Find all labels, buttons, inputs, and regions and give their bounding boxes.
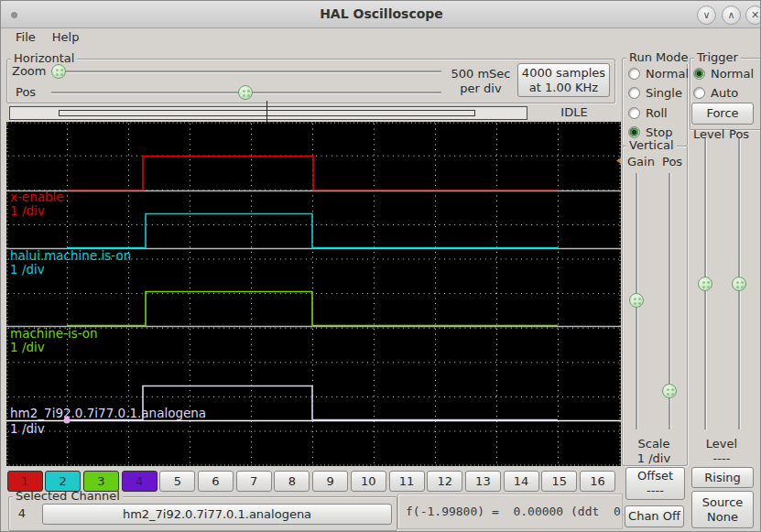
run-mode-option-single[interactable]: Single	[628, 85, 682, 102]
channel-button-9[interactable]: 9	[312, 471, 348, 492]
maximize-icon[interactable]: ∧	[722, 5, 741, 25]
channel-button-13[interactable]: 13	[465, 471, 501, 492]
run-mode-label-single: Single	[646, 86, 682, 100]
function-readout-box: f(-1.99800) = 0.00000 (ddt 0.	[397, 494, 623, 529]
channel-button-16[interactable]: 16	[580, 471, 615, 492]
channel-1-scale-label: 1 /div	[10, 203, 45, 218]
channel-3-name-label: machine-is-on	[10, 326, 98, 341]
trigger-mode-label-auto: Auto	[711, 86, 738, 100]
trigger-mode-radio-auto[interactable]	[693, 87, 705, 99]
run-mode-label-normal: Normal	[646, 67, 689, 81]
trigger-pos-slider-handle[interactable]	[732, 277, 746, 291]
menu-file[interactable]: File	[12, 28, 39, 49]
channel-1-trace	[67, 157, 558, 190]
channel-button-1[interactable]: 1	[7, 471, 43, 492]
status-text: IDLE	[550, 105, 598, 119]
close-icon[interactable]: ✕	[745, 5, 761, 25]
zoom-slider-handle[interactable]	[51, 64, 66, 79]
run-mode-option-roll[interactable]: Roll	[628, 104, 668, 121]
selected-channel-name-button[interactable]: hm2_7i92.0.7i77.0.1.analogena	[42, 504, 392, 525]
vertical-pos-slider-label: Pos	[662, 155, 682, 168]
minimize-icon[interactable]: ∨	[697, 5, 716, 25]
scale-value: 1 /div	[622, 451, 686, 466]
scale-readout: Scale 1 /div	[622, 437, 686, 466]
menu-help[interactable]: Help	[49, 28, 83, 49]
offset-line-2: ----	[647, 483, 664, 498]
channel-button-4[interactable]: 4	[122, 471, 158, 492]
run-mode-label-stop: Stop	[646, 125, 673, 139]
menubar: FileHelp	[1, 28, 761, 49]
source-line-1: Source	[702, 495, 744, 510]
channel-button-14[interactable]: 14	[504, 471, 539, 492]
run-mode-frame-label: Run Mode	[626, 50, 690, 64]
trigger-mode-option-normal[interactable]: Normal	[693, 65, 754, 81]
channel-3-trace	[67, 292, 558, 326]
channel-button-5[interactable]: 5	[159, 471, 195, 492]
trigger-frame-label: Trigger	[694, 50, 741, 64]
trigger-mode-option-auto[interactable]: Auto	[693, 85, 738, 102]
channel-4-scale-label: 1 /div	[10, 421, 45, 436]
pos-slider-handle[interactable]	[238, 85, 253, 100]
force-button[interactable]: Force	[691, 103, 754, 125]
rate-line-1: 500 mSec	[440, 67, 521, 81]
samples-line-1: 4000 samples	[522, 66, 605, 81]
offset-line-1: Offset	[637, 469, 673, 483]
channel-button-10[interactable]: 10	[351, 471, 386, 492]
channel-button-15[interactable]: 15	[541, 471, 577, 492]
selected-channel-number: 4	[12, 506, 32, 520]
channel-2-scale-label: 1 /div	[10, 262, 45, 277]
channel-4-sample-marker	[64, 418, 71, 424]
source-button[interactable]: Source None	[691, 491, 754, 528]
gain-slider-label: Gain	[627, 155, 655, 168]
trigger-level-marker-icon	[616, 157, 621, 164]
samples-line-2: at 1.00 KHz	[529, 81, 598, 95]
run-mode-radio-normal[interactable]	[628, 68, 640, 80]
run-mode-option-stop[interactable]: Stop	[628, 125, 673, 141]
run-mode-radio-single[interactable]	[628, 87, 640, 99]
rate-line-2: per div	[440, 81, 521, 96]
scope-canvas: x-enable1 /divhalui.machine.is-on1 /divm…	[6, 122, 621, 466]
channel-button-7[interactable]: 7	[236, 471, 272, 492]
chan-off-button[interactable]: Chan Off	[625, 505, 684, 527]
capture-position-indicator	[9, 106, 527, 120]
run-mode-label-roll: Roll	[646, 106, 668, 120]
zoom-label: Zoom	[12, 64, 46, 78]
channel-2-name-label: halui.machine.is-on	[10, 248, 131, 263]
function-readout-text: f(-1.99800) = 0.00000 (ddt 0.	[398, 494, 624, 518]
channel-button-6[interactable]: 6	[198, 471, 234, 492]
trigger-mode-label-normal: Normal	[711, 67, 754, 81]
sample-rate-readout: 500 mSec per div	[440, 67, 521, 96]
level-readout: Level ----	[690, 437, 754, 466]
zoom-slider-track[interactable]	[51, 71, 441, 73]
channel-button-2[interactable]: 2	[45, 471, 81, 492]
level-value: ----	[690, 451, 754, 466]
vertical-pos-slider-handle[interactable]	[662, 384, 677, 398]
pos-label: Pos	[16, 85, 36, 99]
offset-button[interactable]: Offset ----	[625, 467, 685, 500]
source-line-2: None	[707, 510, 738, 525]
title-bar[interactable]: HAL Oscilloscope ∨ ∧ ✕	[1, 1, 761, 28]
channel-button-11[interactable]: 11	[389, 471, 425, 492]
level-caption: Level	[690, 437, 754, 451]
app-window: HAL Oscilloscope ∨ ∧ ✕ FileHelp Horizont…	[0, 0, 761, 532]
trigger-level-slider-label: Level	[693, 127, 724, 141]
run-mode-option-normal[interactable]: Normal	[628, 65, 689, 81]
channel-3-scale-label: 1 /div	[10, 340, 45, 354]
scale-caption: Scale	[622, 437, 686, 451]
channel-2-trace	[67, 214, 558, 248]
horizontal-frame-label: Horizontal	[11, 51, 77, 65]
run-mode-radio-stop[interactable]	[628, 126, 640, 138]
trigger-mode-radio-normal[interactable]	[693, 68, 705, 80]
rising-button[interactable]: Rising	[691, 467, 754, 488]
channel-4-name-label: hm2_7i92.0.7i77.0.1.analogena	[10, 406, 206, 420]
trigger-level-slider-handle[interactable]	[698, 277, 712, 291]
channel-button-8[interactable]: 8	[274, 471, 310, 492]
channel-1-name-label: x-enable	[10, 190, 64, 204]
gain-slider-handle[interactable]	[629, 293, 644, 308]
run-mode-radio-roll[interactable]	[628, 107, 640, 119]
window-title: HAL Oscilloscope	[1, 6, 761, 21]
scope-screen: x-enable1 /divhalui.machine.is-on1 /divm…	[6, 122, 621, 466]
channel-button-3[interactable]: 3	[83, 471, 119, 492]
samples-button[interactable]: 4000 samples at 1.00 KHz	[517, 63, 610, 97]
channel-button-12[interactable]: 12	[427, 471, 462, 492]
